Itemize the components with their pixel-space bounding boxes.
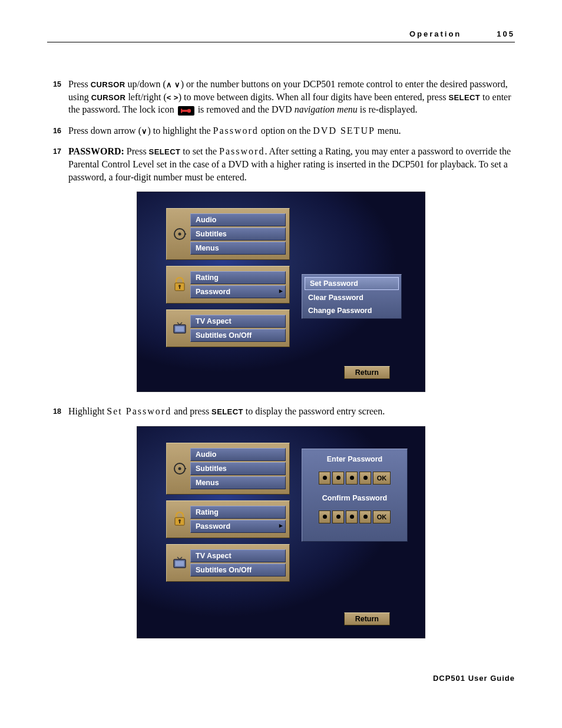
menu-item-menus[interactable]: Menus xyxy=(190,242,286,255)
header-section: Operation xyxy=(409,29,461,38)
dvd-screen: Audio Subtitles Menus Rating Password xyxy=(137,426,425,638)
panel-parental: Rating Password xyxy=(166,266,290,304)
step-body: Press CURSOR up/down (∧ ∨) or the number… xyxy=(68,78,515,116)
menu-item-subtitles[interactable]: Subtitles xyxy=(190,462,286,475)
password-digit[interactable] xyxy=(359,510,371,523)
menu-item-subtitles[interactable]: Subtitles xyxy=(190,228,286,241)
password-digit[interactable] xyxy=(319,472,330,485)
password-digit[interactable] xyxy=(319,510,330,523)
menu-item-subtitles-onoff[interactable]: Subtitles On/Off xyxy=(190,564,286,577)
instruction-list: 15 Press CURSOR up/down (∧ ∨) or the num… xyxy=(47,78,515,183)
panel-language: Audio Subtitles Menus xyxy=(166,208,290,260)
dvd-screen: Audio Subtitles Menus Rating Password xyxy=(137,192,425,392)
submenu-change-password[interactable]: Change Password xyxy=(302,304,401,317)
step-number: 16 xyxy=(47,124,61,137)
figure-password-menu: Audio Subtitles Menus Rating Password xyxy=(47,192,515,392)
enter-password-title: Enter Password xyxy=(308,455,401,463)
footer-guide: DCP501 User Guide xyxy=(47,674,515,683)
svg-rect-2 xyxy=(181,108,182,113)
svg-rect-16 xyxy=(179,521,180,523)
step-15: 15 Press CURSOR up/down (∧ ∨) or the num… xyxy=(47,78,515,116)
right-column-entry: Enter Password OK Confirm Password OK xyxy=(302,449,408,542)
left-column: Audio Subtitles Menus Rating Password xyxy=(166,208,290,353)
submenu-set-password[interactable]: Set Password xyxy=(305,277,399,290)
step-body: PASSWORD: Press SELECT to set the Passwo… xyxy=(68,145,515,183)
password-digit[interactable] xyxy=(332,510,344,523)
password-entry-panel: Enter Password OK Confirm Password OK xyxy=(302,449,408,542)
confirm-password-row: OK xyxy=(308,510,401,523)
padlock-icon xyxy=(169,512,190,527)
disc-icon xyxy=(169,227,190,241)
step-18: 18 Highlight Set Password and press SELE… xyxy=(47,405,515,418)
password-digit[interactable] xyxy=(346,510,358,523)
menu-item-tv-aspect[interactable]: TV Aspect xyxy=(190,549,286,562)
panel-language: Audio Subtitles Menus xyxy=(166,443,290,495)
padlock-icon xyxy=(169,277,190,292)
password-digit[interactable] xyxy=(359,472,371,485)
svg-rect-13 xyxy=(184,468,186,469)
svg-rect-18 xyxy=(176,561,184,566)
menu-item-menus[interactable]: Menus xyxy=(190,476,286,489)
menu-item-subtitles-onoff[interactable]: Subtitles On/Off xyxy=(190,329,286,342)
password-digit[interactable] xyxy=(346,472,358,485)
svg-point-12 xyxy=(178,467,181,470)
step-body: Highlight Set Password and press SELECT … xyxy=(68,405,515,418)
svg-point-4 xyxy=(178,233,181,236)
step-number: 18 xyxy=(47,405,61,418)
password-digit[interactable] xyxy=(332,472,344,485)
step-number: 15 xyxy=(47,78,61,116)
step-16: 16 Press down arrow (∨) to highlight the… xyxy=(47,124,515,137)
ok-button[interactable]: OK xyxy=(373,510,391,523)
menu-item-rating[interactable]: Rating xyxy=(190,506,286,519)
enter-password-row: OK xyxy=(308,472,401,485)
header-page-number: 105 xyxy=(497,29,515,38)
return-button[interactable]: Return xyxy=(344,366,390,379)
tv-icon xyxy=(169,321,190,335)
svg-rect-10 xyxy=(176,327,184,332)
svg-rect-8 xyxy=(179,286,180,289)
panel-parental: Rating Password xyxy=(166,500,290,538)
menu-item-tv-aspect[interactable]: TV Aspect xyxy=(190,315,286,328)
confirm-password-title: Confirm Password xyxy=(308,494,401,502)
menu-item-password[interactable]: Password xyxy=(190,520,286,533)
submenu-clear-password[interactable]: Clear Password xyxy=(302,291,401,304)
left-column: Audio Subtitles Menus Rating Password xyxy=(166,443,290,588)
menu-item-audio[interactable]: Audio xyxy=(190,213,286,226)
menu-item-password[interactable]: Password xyxy=(190,285,286,298)
return-button[interactable]: Return xyxy=(344,612,390,625)
step-number: 17 xyxy=(47,145,61,183)
step-17: 17 PASSWORD: Press SELECT to set the Pas… xyxy=(47,145,515,183)
disc-icon xyxy=(169,462,190,476)
panel-video: TV Aspect Subtitles On/Off xyxy=(166,544,290,582)
password-submenu: Set Password Clear Password Change Passw… xyxy=(302,274,402,319)
figure-password-entry: Audio Subtitles Menus Rating Password xyxy=(47,426,515,638)
ok-button[interactable]: OK xyxy=(373,472,391,485)
menu-item-rating[interactable]: Rating xyxy=(190,271,286,284)
panel-video: TV Aspect Subtitles On/Off xyxy=(166,309,290,347)
step-body: Press down arrow (∨) to highlight the Pa… xyxy=(68,124,515,137)
menu-item-audio[interactable]: Audio xyxy=(190,448,286,461)
tv-icon xyxy=(169,556,190,570)
lock-icon xyxy=(178,106,194,116)
right-column: Set Password Clear Password Change Passw… xyxy=(302,274,402,319)
instruction-list-cont: 18 Highlight Set Password and press SELE… xyxy=(47,405,515,418)
page-header: Operation 105 xyxy=(47,29,515,42)
svg-rect-5 xyxy=(184,233,186,235)
